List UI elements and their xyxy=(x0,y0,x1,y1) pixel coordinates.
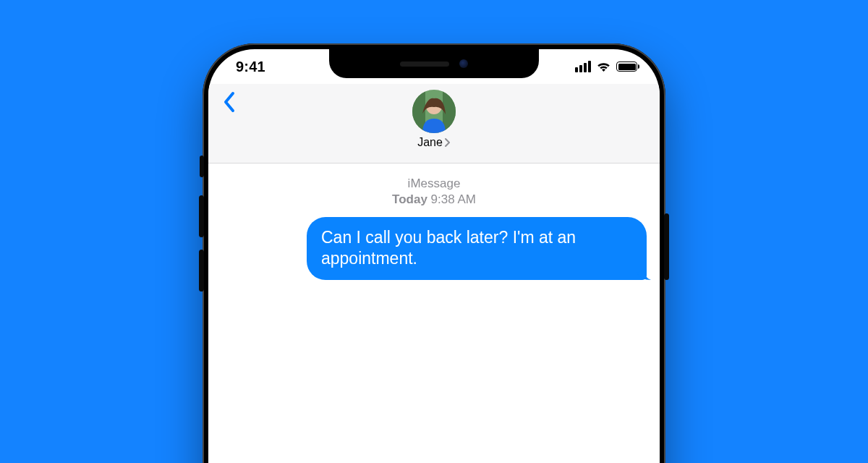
contact-header[interactable]: Jane xyxy=(412,90,456,149)
phone-screen: 9:41 xyxy=(208,49,660,463)
thread-timestamp: iMessage Today 9:38 AM xyxy=(221,177,647,207)
status-icons xyxy=(575,61,639,72)
chevron-right-icon xyxy=(444,137,451,148)
avatar xyxy=(412,90,456,133)
status-time: 9:41 xyxy=(236,59,265,75)
service-label: iMessage xyxy=(221,177,647,191)
cellular-signal-icon xyxy=(575,61,591,72)
wifi-icon xyxy=(596,61,611,72)
phone-notch xyxy=(329,49,539,78)
front-camera xyxy=(459,59,468,68)
phone-frame: 9:41 xyxy=(203,43,665,463)
contact-name-row: Jane xyxy=(417,136,451,149)
timestamp-day: Today xyxy=(392,192,427,206)
back-button[interactable] xyxy=(218,88,240,116)
battery-icon xyxy=(616,61,639,72)
volume-down-button xyxy=(199,250,204,292)
mute-switch xyxy=(200,156,204,177)
volume-up-button xyxy=(199,195,204,237)
side-button xyxy=(664,213,669,280)
contact-name: Jane xyxy=(417,136,443,149)
message-text: Can I call you back later? I'm at an app… xyxy=(321,228,576,268)
sent-message-bubble[interactable]: Can I call you back later? I'm at an app… xyxy=(307,217,647,280)
message-row: Can I call you back later? I'm at an app… xyxy=(221,217,647,280)
message-thread[interactable]: iMessage Today 9:38 AM Can I call you ba… xyxy=(208,163,660,280)
conversation-header: Jane xyxy=(208,84,660,163)
bubble-tail-icon xyxy=(637,266,651,280)
speaker-grille xyxy=(400,61,449,67)
timestamp-time: 9:38 AM xyxy=(431,192,476,206)
